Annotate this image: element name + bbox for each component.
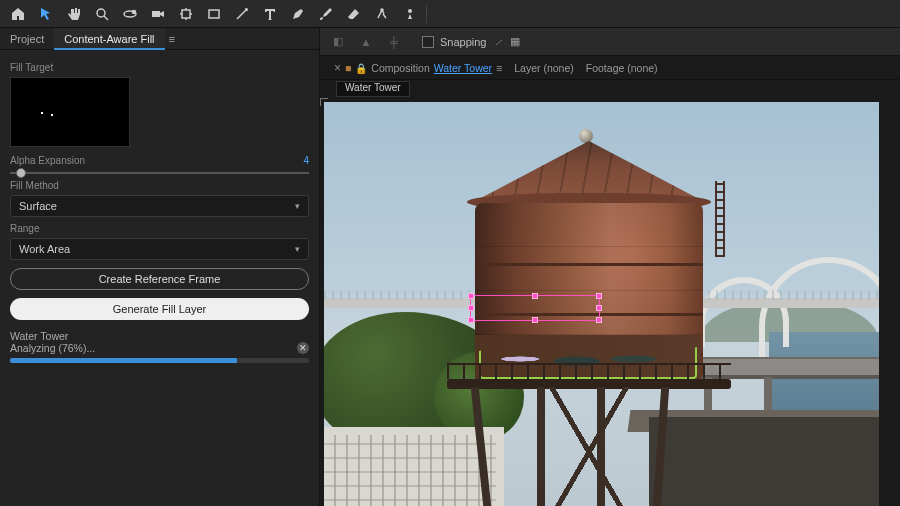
tab-layer[interactable]: Layer (none): [508, 57, 580, 79]
fill-method-select[interactable]: Surface ▾: [10, 195, 309, 217]
viewer-tabs: × ■ 🔒 Composition Water Tower ≡ Layer (n…: [320, 56, 900, 80]
close-tab-icon[interactable]: ×: [334, 61, 341, 75]
selection-tool-icon[interactable]: [34, 3, 58, 25]
progress-bar: [10, 358, 309, 363]
range-value: Work Area: [19, 243, 70, 255]
snapping-label: Snapping: [440, 36, 487, 48]
tool-group: [6, 3, 422, 25]
camera-tool-icon[interactable]: [146, 3, 170, 25]
generate-fill-layer-button[interactable]: Generate Fill Layer: [10, 298, 309, 320]
orbit-tool-icon[interactable]: [118, 3, 142, 25]
video-frame: [324, 102, 879, 506]
mask-selection[interactable]: [470, 295, 600, 321]
status-block: Water Tower Analyzing (76%)... ✕: [10, 330, 309, 363]
svg-point-0: [97, 9, 105, 17]
toolbar-separator: [426, 5, 427, 23]
right-panel: ◧ ▲ ╪ Snapping ⟋ ▦ × ■ 🔒 Composition Wat…: [320, 28, 900, 506]
tab-project[interactable]: Project: [0, 28, 54, 50]
snapping-toggle[interactable]: Snapping ⟋ ▦: [422, 35, 520, 48]
svg-rect-5: [209, 10, 219, 18]
roto-tool-icon[interactable]: [370, 3, 394, 25]
tab-composition[interactable]: × ■ 🔒 Composition Water Tower ≡: [328, 57, 508, 79]
lock-icon[interactable]: 🔒: [355, 63, 367, 74]
chevron-down-icon: ▾: [295, 201, 300, 211]
svg-point-6: [381, 9, 383, 11]
tab-menu-icon[interactable]: ≡: [496, 62, 502, 74]
hand-tool-icon[interactable]: [62, 3, 86, 25]
tab-content-aware-fill[interactable]: Content-Aware Fill: [54, 28, 164, 50]
left-panel: Project Content-Aware Fill ≡ Fill Target…: [0, 28, 320, 506]
ellipse-tool-icon[interactable]: [230, 3, 254, 25]
type-tool-icon[interactable]: [258, 3, 282, 25]
status-name: Water Tower: [10, 330, 309, 342]
sub-tab-comp[interactable]: Water Tower: [336, 81, 410, 97]
status-text: Analyzing (76%)...: [10, 342, 95, 354]
svg-point-2: [133, 10, 136, 13]
home-icon[interactable]: [6, 3, 30, 25]
fill-target-label: Fill Target: [10, 62, 309, 73]
3d-toggle-icon: ▲: [354, 31, 378, 53]
tab-comp-prefix: Composition: [371, 62, 429, 74]
pen-tool-icon[interactable]: [286, 3, 310, 25]
mask-toggle-icon: ◧: [326, 31, 350, 53]
guides-toggle-icon: ╪: [382, 31, 406, 53]
pan-behind-tool-icon[interactable]: [174, 3, 198, 25]
snapping-checkbox[interactable]: [422, 36, 434, 48]
snap-magnet-icon[interactable]: ⟋: [493, 36, 504, 48]
eraser-tool-icon[interactable]: [342, 3, 366, 25]
chevron-down-icon: ▾: [295, 244, 300, 254]
panel-tabs: Project Content-Aware Fill ≡: [0, 28, 319, 50]
alpha-expansion-slider[interactable]: [10, 172, 309, 174]
brush-tool-icon[interactable]: [314, 3, 338, 25]
fill-target-preview: [10, 77, 130, 147]
alpha-expansion-value[interactable]: 4: [303, 155, 309, 166]
svg-rect-3: [152, 11, 160, 17]
range-label: Range: [10, 223, 309, 234]
tab-comp-name: Water Tower: [434, 62, 492, 74]
fill-method-value: Surface: [19, 200, 57, 212]
fill-method-label: Fill Method: [10, 180, 309, 191]
tab-footage[interactable]: Footage (none): [580, 57, 664, 79]
snap-grid-icon[interactable]: ▦: [510, 35, 520, 48]
zoom-tool-icon[interactable]: [90, 3, 114, 25]
panel-menu-icon[interactable]: ≡: [169, 33, 175, 45]
viewer-toolbar: ◧ ▲ ╪ Snapping ⟋ ▦: [320, 28, 900, 56]
svg-point-7: [408, 9, 412, 13]
alpha-expansion-label: Alpha Expansion: [10, 155, 85, 166]
range-select[interactable]: Work Area ▾: [10, 238, 309, 260]
rectangle-tool-icon[interactable]: [202, 3, 226, 25]
puppet-tool-icon[interactable]: [398, 3, 422, 25]
canvas[interactable]: [320, 98, 900, 506]
cancel-progress-icon[interactable]: ✕: [297, 342, 309, 354]
create-reference-frame-button[interactable]: Create Reference Frame: [10, 268, 309, 290]
top-toolbar: [0, 0, 900, 28]
svg-rect-4: [182, 10, 190, 18]
progress-fill: [10, 358, 237, 363]
